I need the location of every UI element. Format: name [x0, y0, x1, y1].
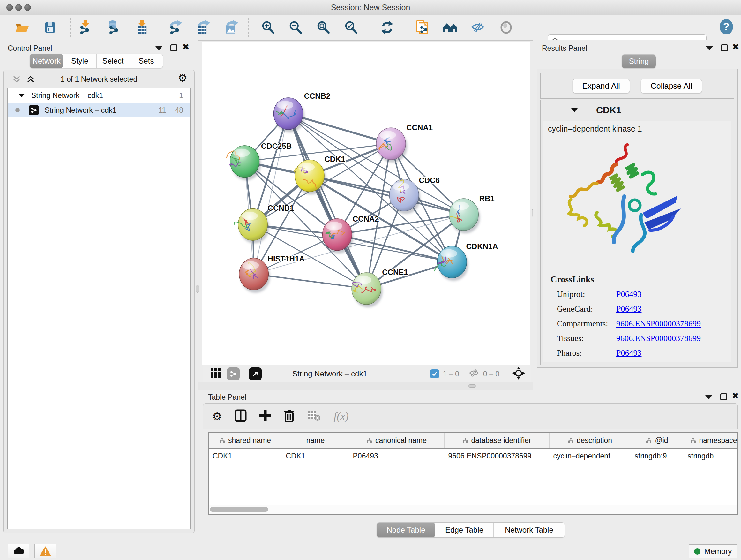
tab-select[interactable]: Select — [97, 54, 130, 68]
zoom-out-button[interactable] — [287, 19, 304, 36]
export-table-button[interactable] — [195, 19, 211, 36]
network-row[interactable]: String Network – cdk1 11 48 — [8, 103, 190, 118]
close-panel-icon[interactable]: ✖ — [732, 392, 739, 399]
export-image-button[interactable] — [223, 19, 239, 36]
gene-section-header[interactable]: CDK1 — [541, 100, 734, 120]
collapse-all-button[interactable]: Collapse All — [641, 79, 702, 93]
float-panel-icon[interactable] — [155, 46, 162, 52]
crosslink-link[interactable]: P06493 — [616, 348, 642, 358]
column-header-description[interactable]: description — [549, 433, 631, 448]
expand-all-button[interactable]: Expand All — [572, 79, 630, 93]
network-node-CDKN1A[interactable] — [434, 246, 468, 281]
float-panel-icon[interactable] — [706, 46, 713, 52]
image-icon — [226, 25, 235, 34]
show-glass-button[interactable] — [498, 19, 515, 36]
open-session-button[interactable] — [13, 19, 30, 36]
network-node-CCNB2[interactable] — [273, 98, 305, 132]
tab-network[interactable]: Network — [30, 54, 63, 68]
control-panel-title: Control Panel — [8, 44, 52, 53]
grid-view-icon[interactable] — [210, 368, 221, 380]
crosslink-link[interactable]: 9606.ENSP00000378699 — [616, 319, 701, 328]
scrollbar-thumb[interactable] — [210, 507, 268, 512]
cloud-status-button[interactable] — [8, 544, 29, 558]
network-canvas[interactable]: CCNB2CCNA1CDC25BCDK1CDC6RB1CCNB1CCNA2CDK… — [202, 42, 530, 365]
birds-eye-view-icon[interactable] — [249, 368, 262, 380]
table-cell[interactable]: CDK1 — [209, 448, 282, 463]
export-network-button[interactable] — [167, 19, 184, 36]
import-network-database-button[interactable] — [105, 19, 121, 36]
create-column-icon[interactable] — [259, 410, 271, 423]
toolbar-separator — [248, 18, 249, 37]
network-node-CDC25B[interactable] — [226, 145, 261, 180]
zoom-fit-button[interactable] — [315, 19, 332, 36]
delete-column-icon[interactable] — [284, 409, 294, 423]
maximize-panel-icon[interactable] — [721, 44, 728, 53]
network-node-CCNB1[interactable] — [234, 208, 269, 243]
import-table-button[interactable] — [134, 19, 151, 36]
network-node-CDK1[interactable] — [294, 160, 326, 194]
tab-string[interactable]: String — [622, 55, 656, 68]
table-row[interactable]: CDK1CDK1P064939606.ENSP00000378699cyclin… — [209, 448, 738, 463]
results-panel-title: Results Panel — [542, 44, 587, 53]
crosslink-link[interactable]: P06493 — [616, 304, 642, 314]
hide-glass-button[interactable] — [470, 19, 486, 36]
network-node-CCNA1[interactable] — [376, 128, 407, 163]
table-cell[interactable]: stringdb — [684, 448, 738, 463]
refresh-button[interactable] — [379, 19, 395, 36]
network-options-gear-icon[interactable]: ⚙ — [178, 72, 187, 83]
tab-node-table[interactable]: Node Table — [377, 523, 435, 537]
column-header-shared-name[interactable]: shared name — [209, 433, 282, 448]
column-header-database-identifier[interactable]: database identifier — [445, 433, 549, 448]
close-panel-icon[interactable]: ✖ — [732, 44, 739, 51]
tab-sets[interactable]: Sets — [130, 54, 163, 68]
column-header-canonical-name[interactable]: canonical name — [349, 433, 445, 448]
warning-status-button[interactable] — [35, 544, 56, 558]
network-node-CCNE1[interactable] — [352, 273, 383, 307]
table-panel: Table Panel ✖ ⚙ f(x) shared namenamecano… — [198, 390, 741, 543]
crosslink-link[interactable]: 9606.ENSP00000378699 — [616, 334, 701, 343]
left-splitter-handle[interactable] — [196, 285, 199, 293]
string-home-button[interactable] — [442, 19, 459, 36]
table-cell[interactable]: CDK1 — [282, 448, 349, 463]
table-options-gear-icon[interactable]: ⚙ — [212, 411, 222, 422]
splitter-handle[interactable] — [468, 384, 476, 388]
tab-edge-table[interactable]: Edge Table — [435, 523, 494, 537]
help-button[interactable]: ? — [718, 18, 735, 35]
column-header-namespace[interactable]: namespace — [684, 433, 738, 448]
network-edge-CDK1-RB1[interactable] — [310, 176, 464, 214]
memory-button[interactable]: Memory — [689, 544, 737, 558]
zoom-in-button[interactable] — [260, 19, 276, 36]
maximize-panel-icon[interactable] — [171, 44, 178, 53]
network-view-icon[interactable] — [227, 368, 240, 380]
crosslink-row: Pharos:P06493 — [557, 348, 731, 358]
table-horizontal-scrollbar[interactable] — [209, 505, 737, 514]
tab-network-table[interactable]: Network Table — [494, 523, 564, 537]
tab-style[interactable]: Style — [63, 54, 96, 68]
network-collection-row[interactable]: String Network – cdk1 1 — [8, 88, 190, 103]
crosslink-link[interactable]: P06493 — [616, 290, 642, 299]
import-network-file-button[interactable] — [77, 19, 94, 36]
table-cell[interactable]: P06493 — [349, 448, 445, 463]
float-panel-icon[interactable] — [705, 395, 712, 401]
string-network-graph[interactable]: CCNB2CCNA1CDC25BCDK1CDC6RB1CCNB1CCNA2CDK… — [202, 42, 530, 365]
column-header-name[interactable]: name — [282, 433, 349, 448]
table-cell[interactable]: 9606.ENSP00000378699 — [445, 448, 549, 463]
string-import-button[interactable] — [414, 19, 430, 36]
section-expand-icon[interactable] — [571, 108, 578, 112]
selected-checkbox-icon[interactable] — [430, 369, 439, 378]
network-node-HIST1H1A[interactable] — [239, 258, 270, 293]
zoom-selected-button[interactable] — [343, 19, 359, 36]
network-edge-HIST1H1A-CCNE1[interactable] — [254, 274, 366, 289]
show-columns-icon[interactable] — [234, 409, 247, 423]
network-node-CDC6[interactable] — [389, 179, 420, 214]
close-panel-icon[interactable]: ✖ — [182, 44, 190, 51]
save-session-button[interactable] — [42, 19, 58, 36]
network-node-RB1[interactable] — [449, 199, 480, 233]
collection-expand-icon[interactable] — [18, 94, 25, 98]
table-cell[interactable]: stringdb:9... — [631, 448, 684, 463]
column-header--id[interactable]: @id — [631, 433, 684, 448]
maximize-panel-icon[interactable] — [720, 393, 727, 401]
network-edge-CCNB2-HIST1H1A[interactable] — [254, 114, 288, 274]
table-cell[interactable]: cyclin–dependent ... — [549, 448, 631, 463]
pan-crosshair-icon[interactable] — [512, 367, 525, 381]
